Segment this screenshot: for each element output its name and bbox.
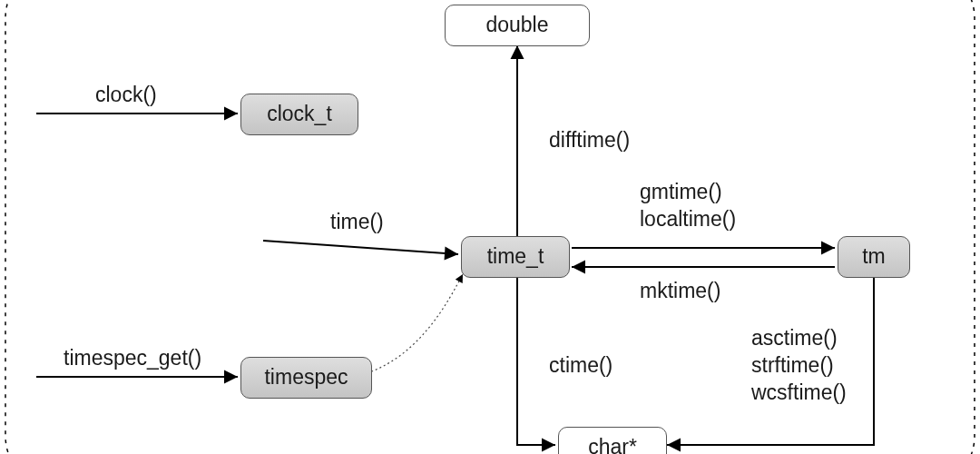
node-time_t: time_t [461,236,570,278]
label-time: time() [330,209,384,236]
label-mktime: mktime() [640,278,720,305]
node-timespec: timespec [240,357,372,399]
label-strftime: strftime() [751,352,834,380]
label-timespec_get: timespec_get() [64,345,201,372]
svg-line-2 [263,241,458,254]
node-clock_t: clock_t [240,94,358,135]
node-double: double [445,5,590,46]
node-tm: tm [838,236,910,278]
label-wcsftime: wcsftime() [751,380,847,407]
label-ctime: ctime() [549,352,612,380]
label-clock: clock() [95,82,157,109]
diagram-stage: double clock_t time_t tm timespec char* … [0,0,980,454]
label-gmtime: gmtime() [640,179,722,206]
label-localtime: localtime() [640,206,736,233]
node-char: char* [558,427,667,454]
label-asctime: asctime() [751,325,838,352]
label-difftime: difftime() [549,127,630,154]
